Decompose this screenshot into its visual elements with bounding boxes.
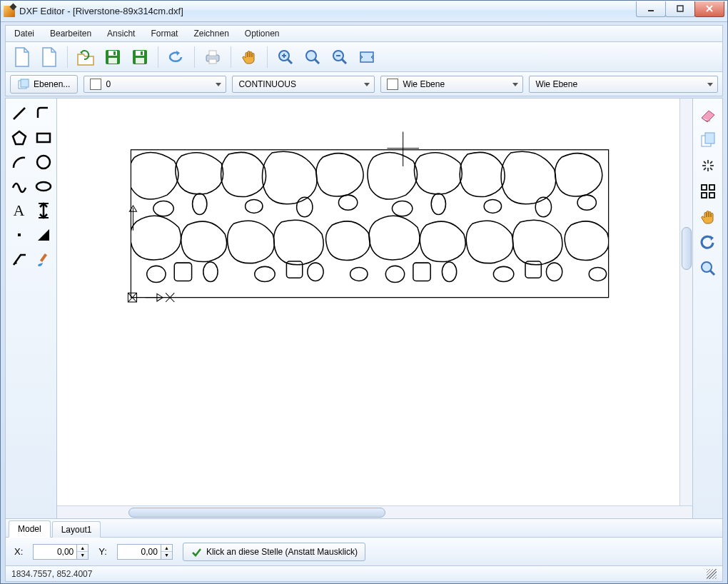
svg-rect-9 (136, 51, 144, 56)
window-title: DXF Editor - [Riverstone-89x314cm.dxf] (19, 6, 183, 16)
tool-ellipse[interactable] (33, 176, 54, 197)
click-here-label: Klick an diese Stelle (Anstatt Mausklick… (206, 547, 358, 557)
y-spinner: ▲ ▼ (117, 544, 173, 560)
undo-button[interactable] (164, 45, 188, 69)
tool-circle[interactable] (33, 151, 54, 173)
y-spin-buttons: ▲ ▼ (161, 544, 173, 560)
tool-polygon[interactable] (9, 127, 30, 148)
arc-icon (11, 153, 28, 171)
toolbar-separator (231, 46, 231, 68)
save-button[interactable] (101, 45, 125, 69)
lineweight-combo[interactable]: Wie Ebene (529, 76, 718, 93)
pan-button[interactable] (237, 45, 261, 69)
rectangle-icon (35, 129, 52, 146)
menu-datei[interactable]: Datei (9, 27, 40, 40)
tab-layout1[interactable]: Layout1 (52, 521, 101, 538)
spline-icon (11, 178, 28, 195)
y-spin-down[interactable]: ▼ (161, 552, 172, 559)
svg-line-20 (315, 59, 319, 64)
svg-rect-36 (39, 253, 46, 262)
tool-erase[interactable] (697, 103, 719, 126)
resize-grip[interactable] (707, 569, 717, 579)
y-spin-up[interactable]: ▲ (161, 545, 172, 553)
svg-line-65 (710, 168, 712, 170)
tool-text[interactable]: A (9, 200, 30, 221)
zoom-fit-icon (303, 48, 322, 66)
y-label: Y: (98, 546, 107, 557)
open-file-icon (76, 48, 96, 66)
menu-bearbeiten[interactable]: Bearbeiten (44, 27, 97, 40)
maximize-button[interactable] (665, 1, 695, 17)
svg-rect-13 (209, 51, 216, 56)
tool-rectangle[interactable] (33, 127, 54, 148)
linetype-combo[interactable]: CONTINUOUS (232, 76, 375, 93)
dimension-icon (35, 202, 52, 219)
minimize-icon (647, 5, 654, 12)
vertical-scrollbar[interactable] (679, 99, 692, 505)
layer-value: 0 (106, 79, 111, 89)
new-file-icon (13, 46, 31, 68)
zoom-window-button[interactable] (355, 45, 379, 69)
new-file-button[interactable] (10, 45, 34, 69)
minimize-button[interactable] (636, 1, 666, 17)
tool-array[interactable] (697, 180, 719, 203)
menu-bar: Datei Bearbeiten Ansicht Format Zeichnen… (5, 25, 723, 42)
tool-leader[interactable] (9, 248, 30, 270)
copy-icon (699, 131, 717, 148)
menu-ansicht[interactable]: Ansicht (101, 27, 141, 40)
svg-rect-71 (709, 193, 714, 198)
drawing-canvas[interactable] (57, 99, 679, 505)
leader-icon (11, 251, 28, 268)
zoom-window-icon (358, 48, 376, 66)
color-combo[interactable]: Wie Ebene (380, 76, 523, 93)
y-input[interactable] (117, 544, 161, 560)
new-document-icon (40, 46, 59, 68)
ellipse-icon (35, 178, 52, 195)
tool-copy[interactable] (697, 129, 719, 151)
tool-move[interactable] (697, 206, 719, 228)
tool-point[interactable] (9, 224, 30, 246)
tool-brush[interactable] (33, 248, 54, 270)
tool-spline[interactable] (9, 176, 30, 197)
status-bar: 1834.7557, 852.4007 (5, 566, 723, 582)
tool-line[interactable] (9, 103, 30, 124)
tool-polyline[interactable] (33, 103, 54, 124)
vertical-scroll-thumb[interactable] (682, 227, 692, 270)
svg-rect-29 (37, 134, 50, 142)
menu-optionen[interactable]: Optionen (239, 27, 285, 40)
new-document-button[interactable] (37, 45, 61, 69)
x-spin-up[interactable]: ▲ (77, 545, 88, 553)
left-tool-palette: A (5, 98, 56, 519)
eraser-icon (699, 106, 717, 122)
x-input[interactable] (33, 544, 77, 560)
svg-rect-10 (136, 58, 144, 64)
tool-zoom[interactable] (697, 257, 719, 280)
main-toolbar (5, 42, 723, 72)
horizontal-scroll-thumb[interactable] (128, 508, 385, 518)
zoom-out-button[interactable] (328, 45, 352, 69)
menu-zeichnen[interactable]: Zeichnen (188, 27, 234, 40)
save-as-button[interactable] (128, 45, 152, 69)
zoom-in-button[interactable] (273, 45, 298, 69)
menu-format[interactable]: Format (145, 27, 183, 40)
tool-dimension[interactable] (33, 200, 54, 221)
tool-explode[interactable] (697, 154, 719, 177)
tab-model[interactable]: Model (9, 520, 51, 538)
linetype-value: CONTINUOUS (238, 79, 296, 89)
click-here-button[interactable]: Klick an diese Stelle (Anstatt Mausklick… (183, 543, 365, 561)
color-swatch (387, 79, 398, 90)
horizontal-scrollbar[interactable] (57, 505, 692, 518)
svg-point-72 (702, 262, 712, 272)
print-button[interactable] (201, 45, 225, 69)
open-file-button[interactable] (74, 45, 98, 69)
layers-button[interactable]: Ebenen... (10, 75, 78, 94)
hand-move-icon (699, 208, 717, 226)
layer-combo[interactable]: 0 (84, 76, 226, 93)
close-button[interactable] (694, 1, 724, 17)
tool-arc[interactable] (9, 151, 30, 173)
tool-hatch[interactable] (33, 224, 54, 246)
tool-rotate[interactable] (697, 231, 719, 254)
zoom-out-icon (330, 48, 349, 66)
x-spin-down[interactable]: ▼ (77, 552, 88, 559)
zoom-fit-button[interactable] (300, 45, 325, 69)
